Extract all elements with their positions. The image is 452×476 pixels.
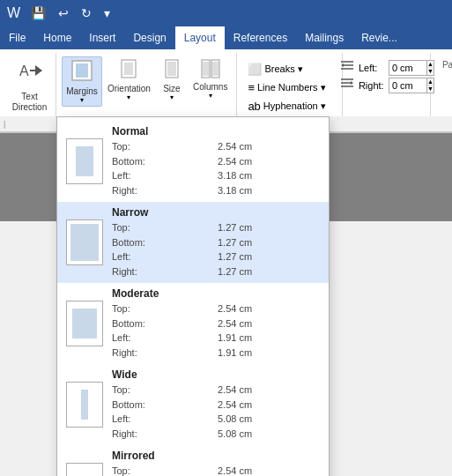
size-arrow: ▾ [170, 93, 174, 101]
indent-left-value: 0 cm [389, 61, 426, 75]
orientation-arrow: ▾ [127, 93, 130, 101]
normal-margin-details: Top:2.54 cm Bottom:2.54 cm Left:3.18 cm … [112, 139, 320, 197]
line-numbers-label: Line Numbers ▾ [257, 82, 326, 93]
narrow-thumb-inner [70, 224, 99, 261]
size-icon [162, 58, 182, 84]
wide-margin-option[interactable]: Wide Top:2.54 cm Bottom:2.54 cm Left:5.0… [57, 364, 329, 445]
wide-margin-name: Wide [112, 368, 320, 381]
menu-mailings[interactable]: Mailings [296, 26, 352, 49]
columns-arrow: ▾ [209, 92, 212, 100]
indent-right-icon [339, 78, 355, 93]
text-direction-label: TextDirection [12, 92, 47, 113]
menu-references[interactable]: References [225, 26, 296, 49]
breaks-label: Breaks ▾ [264, 63, 302, 75]
save-icon[interactable]: 💾 [27, 6, 49, 20]
svg-rect-4 [76, 63, 88, 78]
page-setup-group: Margins ▾ Orientation ▾ [56, 53, 237, 116]
columns-label: Columns [193, 82, 227, 92]
indent-group: Left: 0 cm ▲ ▼ [343, 53, 431, 116]
menu-file[interactable]: File [0, 26, 34, 49]
hyphenation-btn[interactable]: ab Hyphenation ▾ [242, 97, 337, 115]
orientation-btn[interactable]: Orientation ▾ [104, 56, 154, 103]
normal-thumb [66, 138, 103, 184]
columns-icon [200, 58, 221, 82]
size-btn[interactable]: Size ▾ [156, 56, 188, 103]
svg-marker-20 [351, 81, 353, 85]
mirrored-margin-details: Top:2.54 cm Bottom:2.54 cm Inside:3.18 c… [112, 464, 320, 476]
menu-layout[interactable]: Layout [175, 26, 225, 49]
text-direction-icon: A [18, 58, 42, 88]
wide-thumb [66, 382, 103, 428]
margins-label: Margins [66, 86, 98, 96]
ruler-marker: | [4, 120, 5, 129]
margins-icon [70, 59, 93, 86]
more-icon[interactable]: ▾ [100, 6, 114, 20]
indent-left-label: Left: [359, 63, 385, 73]
indent-right-value: 0 cm [389, 78, 426, 93]
narrow-thumb [66, 219, 103, 265]
svg-text:A: A [19, 63, 29, 78]
moderate-margin-option[interactable]: Moderate Top:2.54 cm Bottom:2.54 cm Left… [57, 283, 329, 364]
svg-rect-8 [167, 62, 176, 76]
margins-arrow: ▾ [80, 96, 84, 104]
indent-right-row: Right: 0 cm ▲ ▼ [339, 78, 434, 93]
margins-btn[interactable]: Margins ▾ [62, 56, 102, 107]
wide-margin-info: Wide Top:2.54 cm Bottom:2.54 cm Left:5.0… [112, 368, 320, 441]
breaks-btn[interactable]: ⬜ Breaks ▾ [242, 60, 337, 78]
narrow-margin-option[interactable]: Narrow Top:1.27 cm Bottom:1.27 cm Left:1… [57, 202, 329, 283]
word-icon: W [7, 5, 20, 21]
line-numbers-btn[interactable]: ≡ Line Numbers ▾ [242, 78, 337, 97]
margins-dropdown: Normal Top:2.54 cm Bottom:2.54 cm Left:3… [56, 116, 330, 476]
moderate-margin-name: Moderate [112, 287, 320, 300]
moderate-thumb [66, 301, 103, 346]
indent-right-label: Right: [359, 80, 385, 91]
indent-left-icon [339, 60, 355, 76]
normal-margin-option[interactable]: Normal Top:2.54 cm Bottom:2.54 cm Left:3… [57, 121, 329, 202]
svg-rect-12 [212, 62, 219, 76]
paragraph-label: Parag... [442, 60, 452, 70]
indent-right-input[interactable]: 0 cm ▲ ▼ [389, 78, 434, 93]
orientation-icon [119, 58, 138, 84]
moderate-margin-info: Moderate Top:2.54 cm Bottom:2.54 cm Left… [112, 287, 320, 360]
text-direction-group: A TextDirection [4, 53, 56, 116]
columns-btn[interactable]: Columns ▾ [189, 56, 231, 101]
paragraph-group: Parag... [431, 53, 452, 116]
wide-margin-details: Top:2.54 cm Bottom:2.54 cm Left:5.08 cm … [112, 383, 320, 441]
svg-rect-6 [124, 63, 133, 75]
normal-margin-name: Normal [112, 125, 320, 138]
size-label: Size [163, 84, 180, 93]
line-numbers-icon: ≡ [248, 81, 255, 94]
wide-thumb-inner [81, 390, 88, 420]
normal-thumb-inner [76, 146, 93, 176]
redo-icon[interactable]: ↻ [78, 6, 95, 20]
svg-marker-16 [341, 63, 344, 67]
svg-rect-11 [203, 62, 209, 76]
mirrored-margin-name: Mirrored [112, 450, 320, 462]
mirrored-margin-info: Mirrored Top:2.54 cm Bottom:2.54 cm Insi… [112, 450, 320, 476]
breaks-icon: ⬜ [248, 63, 262, 76]
menu-bar: File Home Insert Design Layout Reference… [0, 26, 452, 49]
indent-left-input[interactable]: 0 cm ▲ ▼ [389, 60, 434, 76]
indent-left-row: Left: 0 cm ▲ ▼ [339, 60, 434, 76]
mirrored-thumb [66, 463, 103, 476]
narrow-margin-info: Narrow Top:1.27 cm Bottom:1.27 cm Left:1… [112, 206, 320, 279]
orientation-label: Orientation [107, 84, 151, 93]
menu-home[interactable]: Home [34, 26, 80, 49]
moderate-thumb-inner [72, 309, 97, 338]
menu-review[interactable]: Revie... [352, 26, 406, 49]
moderate-margin-details: Top:2.54 cm Bottom:2.54 cm Left:1.91 cm … [112, 301, 320, 360]
mirrored-margin-option[interactable]: Mirrored Top:2.54 cm Bottom:2.54 cm Insi… [57, 445, 329, 476]
quick-access-toolbar: 💾 ↩ ↻ ▾ [27, 6, 114, 20]
narrow-margin-name: Narrow [112, 206, 320, 219]
hyphenation-label: Hyphenation ▾ [263, 100, 326, 112]
title-bar: W 💾 ↩ ↻ ▾ [0, 0, 452, 26]
hyphenation-icon: ab [248, 100, 260, 113]
page-break-group: ⬜ Breaks ▾ ≡ Line Numbers ▾ ab Hyphenati… [237, 53, 343, 116]
normal-margin-info: Normal Top:2.54 cm Bottom:2.54 cm Left:3… [112, 125, 320, 197]
undo-icon[interactable]: ↩ [55, 6, 72, 20]
menu-design[interactable]: Design [124, 26, 174, 49]
ribbon: A TextDirection [0, 49, 452, 133]
narrow-margin-details: Top:1.27 cm Bottom:1.27 cm Left:1.27 cm … [112, 220, 320, 279]
menu-insert[interactable]: Insert [80, 26, 124, 49]
